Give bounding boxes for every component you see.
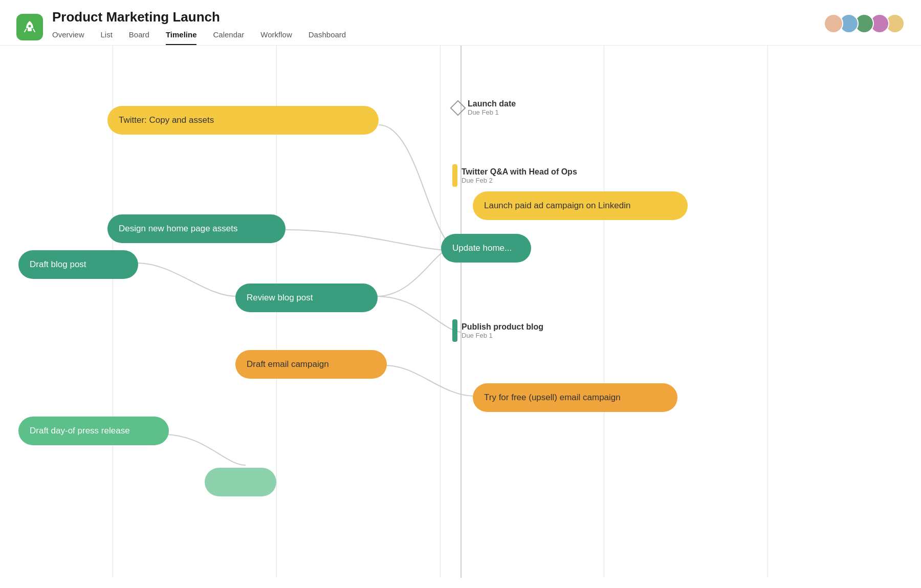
- svg-rect-0: [28, 28, 32, 31]
- project-title: Product Marketing Launch: [52, 9, 824, 25]
- tab-list[interactable]: List: [101, 30, 113, 45]
- milestone-twitter-qa: Twitter Q&A with Head of Ops Due Feb 2: [452, 164, 577, 187]
- launch-date-label: Launch date: [468, 99, 516, 108]
- avatars: [824, 14, 905, 40]
- today-line: [461, 46, 462, 578]
- tab-calendar[interactable]: Calendar: [213, 30, 244, 45]
- milestone-launch-date: Launch date Due Feb 1: [452, 99, 516, 116]
- publish-blog-label: Publish product blog: [462, 322, 543, 332]
- task-review-blog[interactable]: Review blog post: [235, 284, 378, 312]
- twitter-qa-label: Twitter Q&A with Head of Ops: [462, 167, 577, 177]
- task-draft-email[interactable]: Draft email campaign: [235, 350, 387, 379]
- gridline-5: [768, 46, 768, 578]
- gridline-3: [440, 46, 441, 578]
- header: Product Marketing Launch Overview List B…: [0, 0, 921, 46]
- task-bottom-partial[interactable]: [205, 468, 276, 496]
- gridline-4: [604, 46, 604, 578]
- tab-timeline[interactable]: Timeline: [166, 30, 197, 45]
- tab-workflow[interactable]: Workflow: [260, 30, 292, 45]
- task-draft-press[interactable]: Draft day-of press release: [18, 417, 169, 445]
- tab-overview[interactable]: Overview: [52, 30, 84, 45]
- twitter-qa-sub: Due Feb 2: [462, 177, 577, 184]
- launch-date-sub: Due Feb 1: [468, 108, 516, 116]
- task-update-home[interactable]: Update home...: [441, 234, 531, 263]
- milestone-publish-blog: Publish product blog Due Feb 1: [452, 319, 543, 342]
- svg-point-1: [29, 25, 31, 28]
- avatar-1: [824, 14, 843, 33]
- task-launch-paid[interactable]: Launch paid ad campaign on Linkedin: [473, 191, 688, 220]
- tab-dashboard[interactable]: Dashboard: [309, 30, 346, 45]
- tab-board[interactable]: Board: [129, 30, 149, 45]
- task-draft-blog[interactable]: Draft blog post: [18, 250, 138, 279]
- app-icon: [16, 14, 43, 40]
- timeline: Twitter: Copy and assets Design new home…: [0, 46, 921, 578]
- task-twitter-copy[interactable]: Twitter: Copy and assets: [107, 106, 379, 135]
- task-try-free[interactable]: Try for free (upsell) email campaign: [473, 383, 677, 412]
- task-design-home[interactable]: Design new home page assets: [107, 214, 286, 243]
- nav-tabs: Overview List Board Timeline Calendar Wo…: [52, 30, 824, 45]
- title-nav: Product Marketing Launch Overview List B…: [52, 9, 824, 45]
- publish-blog-sub: Due Feb 1: [462, 332, 543, 339]
